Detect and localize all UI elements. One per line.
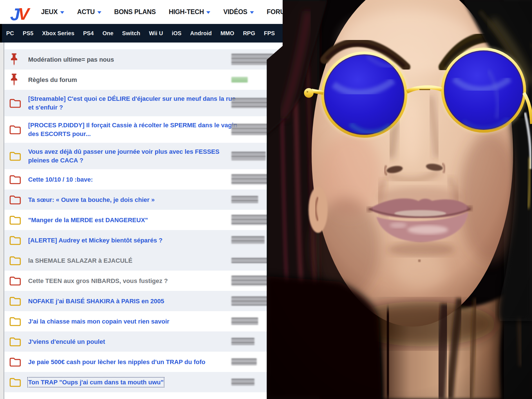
redacted-author-blur bbox=[231, 152, 266, 160]
folder-icon bbox=[9, 235, 21, 245]
pin-icon bbox=[9, 53, 19, 66]
jv-logo[interactable]: J V bbox=[10, 5, 37, 22]
topic-title[interactable]: Cette 10/10 / 10 :bave: bbox=[28, 175, 93, 184]
redacted-author-blur bbox=[231, 358, 257, 365]
list-top-spacer bbox=[5, 43, 286, 49]
topic-row[interactable]: [ALERTE] Audrey et Mickey bientôt séparé… bbox=[5, 230, 286, 250]
topic-title[interactable]: la SHEMALE SALAZAR à EJACULÉ bbox=[28, 256, 132, 265]
platform-nav-item-fps[interactable]: FPS bbox=[264, 30, 275, 37]
topic-title[interactable]: Je paie 500€ cash pour lècher les nipple… bbox=[28, 358, 205, 366]
topic-title[interactable]: [PROCES P.DIDDY] Il forçait Cassie à réc… bbox=[28, 121, 238, 138]
chevron-down-icon bbox=[206, 11, 210, 14]
topic-row[interactable]: Modération ultime= pas nous bbox=[5, 49, 286, 70]
platform-nav-item-mmo[interactable]: MMO bbox=[220, 30, 234, 37]
platform-nav-item-one[interactable]: One bbox=[102, 30, 113, 37]
chevron-down-icon bbox=[60, 11, 64, 14]
nav-item-bons-plans[interactable]: BONS PLANS bbox=[114, 8, 156, 16]
topic-row[interactable]: J'viens d'enculé un poulet bbox=[5, 331, 286, 352]
topic-title[interactable]: Vous avez déjà dû passer une journée voi… bbox=[28, 147, 238, 165]
topic-row[interactable]: [PROCES P.DIDDY] Il forçait Cassie à réc… bbox=[5, 116, 286, 143]
folder-icon bbox=[9, 316, 21, 326]
nav-item-actu[interactable]: ACTU bbox=[77, 8, 101, 16]
topic-row[interactable]: Vous avez déjà dû passer une journée voi… bbox=[5, 143, 286, 169]
folder-icon bbox=[9, 174, 21, 184]
topic-row[interactable]: Règles du forum bbox=[5, 70, 286, 90]
redacted-author-blur bbox=[231, 297, 268, 306]
folder-icon bbox=[9, 215, 21, 225]
folder-icon bbox=[9, 357, 21, 367]
platform-nav-item-ios[interactable]: iOS bbox=[172, 30, 181, 37]
folder-icon bbox=[9, 151, 21, 161]
topic-title[interactable]: Ton TRAP "Oups j'ai cum dans ta mouth uw… bbox=[28, 378, 164, 387]
pin-icon bbox=[9, 53, 19, 66]
topic-row[interactable]: "Manger de la MERDE est DANGEREUX" bbox=[5, 210, 286, 230]
topic-row[interactable]: Cette 10/10 / 10 :bave: bbox=[5, 169, 286, 190]
topic-row[interactable]: Ta sœur: « Ouvre ta bouche, je dois chie… bbox=[5, 190, 286, 210]
nav-item-label: VIDÉOS bbox=[223, 8, 247, 16]
folder-icon bbox=[9, 151, 21, 161]
platform-nav-item-pc[interactable]: PC bbox=[6, 30, 14, 37]
pin-icon bbox=[9, 73, 19, 86]
topic-row[interactable]: NOFAKE j'ai BAISÉ SHAKIRA à PARIS en 200… bbox=[5, 291, 286, 311]
folder-icon bbox=[9, 98, 21, 108]
topic-title[interactable]: J'viens d'enculé un poulet bbox=[28, 337, 105, 346]
folder-icon bbox=[9, 255, 21, 266]
folder-icon bbox=[9, 124, 21, 135]
folder-icon bbox=[9, 276, 21, 286]
platform-nav-item-switch[interactable]: Switch bbox=[122, 30, 140, 37]
nav-item-jeux[interactable]: JEUX bbox=[41, 8, 64, 16]
selfie-photo-overlay bbox=[266, 0, 532, 399]
topic-title[interactable]: Règles du forum bbox=[28, 75, 77, 84]
topic-title[interactable]: Cette TEEN aux gros NIBARDS, vous fustig… bbox=[28, 277, 168, 285]
nav-item-vidéos[interactable]: VIDÉOS bbox=[223, 8, 254, 16]
folder-icon bbox=[9, 336, 21, 347]
platform-nav-item-ps4[interactable]: PS4 bbox=[83, 30, 94, 37]
redacted-author-blur bbox=[231, 318, 258, 325]
platform-nav-item-ps5[interactable]: PS5 bbox=[23, 30, 33, 37]
redacted-author-blur bbox=[231, 215, 271, 225]
topic-title[interactable]: Modération ultime= pas nous bbox=[28, 55, 114, 64]
topic-row[interactable]: Ton TRAP "Oups j'ai cum dans ta mouth uw… bbox=[5, 372, 286, 392]
topic-title[interactable]: [ALERTE] Audrey et Mickey bientôt séparé… bbox=[28, 236, 162, 245]
platform-nav-item-wii-u[interactable]: Wii U bbox=[149, 30, 163, 37]
platform-nav-item-rpg[interactable]: RPG bbox=[243, 30, 255, 37]
nav-item-label: BONS PLANS bbox=[114, 8, 156, 16]
nav-item-label: ACTU bbox=[77, 8, 95, 16]
redacted-author-blur bbox=[231, 379, 254, 385]
folder-icon bbox=[9, 357, 21, 367]
pin-icon bbox=[9, 73, 19, 86]
redacted-author-blur bbox=[231, 77, 248, 83]
folder-icon bbox=[9, 336, 21, 347]
redacted-author-blur bbox=[231, 236, 265, 244]
topic-title[interactable]: J'ai la chiasse mais mon copain veut rie… bbox=[28, 317, 169, 326]
topic-title[interactable]: NOFAKE j'ai BAISÉ SHAKIRA à PARIS en 200… bbox=[28, 297, 164, 306]
folder-icon bbox=[9, 195, 21, 205]
folder-icon bbox=[9, 124, 21, 135]
jv-logo-v: V bbox=[18, 5, 31, 22]
platform-nav-item-android[interactable]: Android bbox=[190, 30, 212, 37]
redacted-author-blur bbox=[231, 196, 258, 203]
topic-title[interactable]: Ta sœur: « Ouvre ta bouche, je dois chie… bbox=[28, 195, 155, 204]
topic-row[interactable]: la SHEMALE SALAZAR à EJACULÉ bbox=[5, 250, 286, 271]
page-left-gutter bbox=[0, 43, 4, 399]
folder-icon bbox=[9, 296, 21, 306]
topic-row[interactable]: Je paie 500€ cash pour lècher les nipple… bbox=[5, 352, 286, 372]
platform-nav-item-xbox-series[interactable]: Xbox Series bbox=[42, 30, 75, 37]
topic-row[interactable]: [Streamable] C'est quoi ce DÉLIRE d'éjac… bbox=[5, 90, 286, 116]
nav-item-high-tech[interactable]: HIGH-TECH bbox=[169, 8, 210, 16]
topic-row[interactable]: Cette TEEN aux gros NIBARDS, vous fustig… bbox=[5, 271, 286, 291]
redacted-author-blur bbox=[231, 98, 271, 108]
folder-icon bbox=[9, 296, 21, 306]
folder-icon bbox=[9, 255, 21, 266]
topic-title[interactable]: [Streamable] C'est quoi ce DÉLIRE d'éjac… bbox=[28, 94, 238, 112]
topic-row[interactable]: J'ai la chiasse mais mon copain veut rie… bbox=[5, 311, 286, 331]
jeuxvideo-forum-page: J V JEUXACTUBONS PLANSHIGH-TECHVIDÉOSFOR… bbox=[0, 0, 532, 399]
topic-title[interactable]: "Manger de la MERDE est DANGEREUX" bbox=[28, 216, 148, 224]
folder-icon bbox=[9, 195, 21, 205]
chevron-down-icon bbox=[97, 11, 101, 14]
folder-icon bbox=[9, 377, 21, 387]
folder-icon bbox=[9, 276, 21, 286]
folder-icon bbox=[9, 316, 21, 326]
forum-topic-list: Modération ultime= pas nous Règles du fo… bbox=[5, 43, 286, 392]
redacted-author-blur bbox=[231, 338, 254, 345]
